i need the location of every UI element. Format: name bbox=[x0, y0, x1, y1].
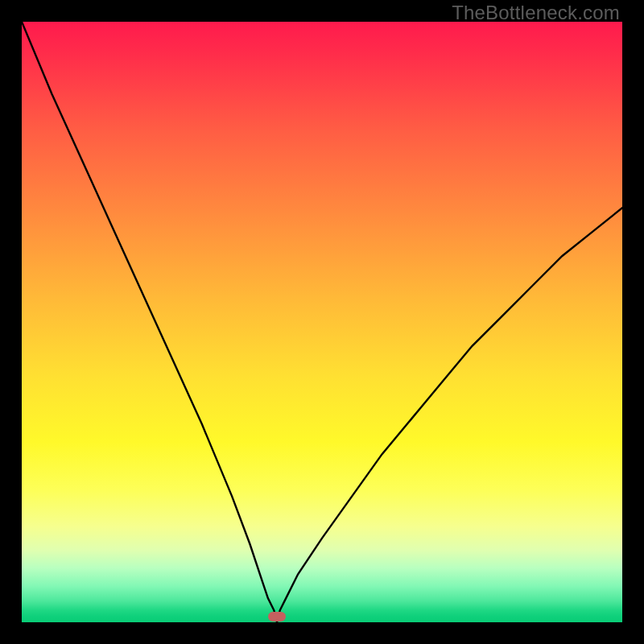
watermark-text: TheBottleneck.com bbox=[452, 2, 620, 24]
optimal-point-marker bbox=[268, 612, 286, 621]
chart-frame: TheBottleneck.com bbox=[0, 0, 644, 644]
bottleneck-curve bbox=[22, 22, 622, 622]
plot-area bbox=[22, 22, 622, 622]
